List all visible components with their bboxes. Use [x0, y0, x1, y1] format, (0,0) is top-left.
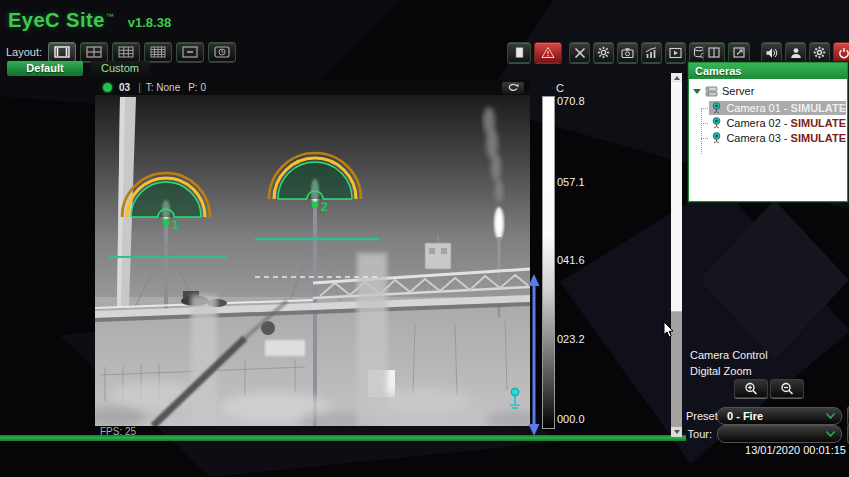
- temp-tick-min: 000.0: [557, 413, 591, 425]
- status-dot: [103, 83, 112, 92]
- refresh-icon: [507, 83, 519, 92]
- camera-video-view[interactable]: 1 2: [95, 95, 530, 426]
- zoom-out-button[interactable]: [770, 379, 804, 398]
- preset-row: Preset: 0 - Fire: [686, 406, 849, 425]
- settings-button[interactable]: [809, 42, 830, 63]
- toolbar-group-system: [761, 42, 849, 63]
- chevron-down-icon: [826, 431, 835, 437]
- mouse-cursor: [663, 322, 675, 338]
- ptz-calibration-icon: [574, 47, 586, 59]
- camera-settings-icon: [621, 47, 634, 59]
- tree-item-server[interactable]: Server: [689, 84, 846, 98]
- playback-button[interactable]: [665, 42, 686, 63]
- settings-gear-icon: [813, 46, 826, 59]
- single-view-icon: [54, 46, 70, 58]
- playback-icon: [669, 47, 682, 59]
- grid-4x4-icon: [150, 46, 166, 58]
- camera-settings-button[interactable]: [617, 42, 638, 63]
- tab-custom[interactable]: Custom: [90, 61, 150, 76]
- tree-connector: [701, 123, 708, 124]
- chevron-down-icon: [674, 430, 680, 434]
- snapshot-button[interactable]: [507, 42, 531, 63]
- toolbar-group-alarm: [507, 42, 562, 63]
- preset-dropdown[interactable]: 0 - Fire: [717, 407, 842, 425]
- toolbar-group-tools: [569, 42, 710, 63]
- scrollbar-thumb[interactable]: [671, 83, 682, 312]
- user-button[interactable]: [785, 42, 806, 63]
- preset-status: P: 0: [188, 82, 206, 93]
- chevron-up-icon: [674, 76, 680, 80]
- temp-tick: 057.1: [557, 176, 591, 188]
- ptz-calibration-button[interactable]: [569, 42, 590, 63]
- expander-triangle-icon[interactable]: [693, 89, 701, 94]
- status-separator: |: [138, 82, 141, 93]
- toolbar-group-view: [703, 42, 750, 63]
- tree-connector: [701, 138, 708, 139]
- grid-2x2-icon: [86, 46, 102, 58]
- tree-item-camera-01[interactable]: Camera 01 - SIMULATE: [689, 101, 846, 115]
- app-title-bar: EyeC Site ™ v1.8.38: [8, 9, 171, 32]
- snapshot-icon: [513, 46, 526, 59]
- refresh-button[interactable]: [502, 82, 524, 94]
- resize-view-button[interactable]: [728, 42, 750, 63]
- single-row-icon: [182, 46, 198, 58]
- layout-single-view-button[interactable]: [48, 42, 76, 62]
- audio-speaker-icon: [765, 47, 778, 59]
- server-icon: [705, 86, 718, 97]
- zone-2-label: 2: [321, 200, 328, 214]
- server-label: Server: [722, 85, 754, 97]
- tree-connector: [701, 108, 708, 109]
- temperature-unit-label: C: [553, 82, 567, 94]
- resize-view-icon: [733, 47, 745, 58]
- alarm-button[interactable]: [534, 42, 562, 63]
- zoom-in-button[interactable]: [734, 379, 768, 398]
- tab-default[interactable]: Default: [7, 61, 83, 76]
- layout-single-row-button[interactable]: [176, 42, 204, 62]
- camera-name: Camera 03 -: [726, 132, 790, 144]
- tour-status: T: None: [146, 82, 180, 93]
- vertical-scrollbar[interactable]: [671, 73, 682, 437]
- datetime-label: 13/01/2020 00:01:15: [738, 444, 846, 456]
- temp-tick: 023.2: [557, 333, 591, 345]
- temperature-range-arrow[interactable]: [527, 274, 541, 436]
- user-icon: [790, 47, 802, 59]
- layout-3x3-button[interactable]: [112, 42, 140, 62]
- camera-name: Camera 01 -: [726, 102, 790, 114]
- tour-dropdown[interactable]: [717, 425, 842, 443]
- camera-node-icon: [711, 102, 722, 114]
- temperature-gradient-bar: [542, 96, 555, 429]
- status-green-bar: [0, 435, 686, 441]
- layout-4x4-button[interactable]: [144, 42, 172, 62]
- app-name: EyeC Site: [8, 9, 105, 32]
- camera-node-icon: [711, 132, 722, 144]
- statistics-icon: [645, 47, 658, 59]
- power-icon: [838, 47, 849, 59]
- tree-item-camera-03[interactable]: Camera 03 - SIMULATE: [689, 131, 846, 145]
- audio-button[interactable]: [761, 42, 782, 63]
- event-settings-button[interactable]: [593, 42, 614, 63]
- zone-1-label: 1: [172, 218, 179, 232]
- grid-3x3-icon: [118, 46, 134, 58]
- scrollbar-up-button[interactable]: [671, 73, 682, 83]
- power-button[interactable]: [833, 42, 849, 63]
- background-shape: [700, 200, 849, 360]
- camera-tree: Server Camera 01 - SIMULATE: [689, 79, 847, 199]
- camera-cell-header: 03 | T: None P: 0: [95, 80, 530, 95]
- layout-toolbar: Layout:: [6, 42, 236, 62]
- zoom-in-magnifier-icon: [744, 382, 758, 395]
- split-view-button[interactable]: [703, 42, 725, 63]
- preset-value: 0 - Fire: [727, 410, 826, 422]
- layout-sequence-button[interactable]: [208, 42, 236, 62]
- thermal-image: 1 2: [95, 95, 530, 426]
- tour-label: Tour:: [686, 428, 712, 440]
- app-version: v1.8.38: [128, 15, 171, 30]
- statistics-button[interactable]: [641, 42, 662, 63]
- zone-center-dot: [312, 202, 319, 209]
- trademark: ™: [106, 12, 114, 21]
- camera-id: 03: [119, 82, 130, 93]
- scrollbar-down-button[interactable]: [671, 427, 682, 437]
- zone-center-dot: [163, 220, 170, 227]
- cameras-panel: Cameras Server Camera 01 - SIMULATE: [688, 62, 848, 202]
- tree-item-camera-02[interactable]: Camera 02 - SIMULATE: [689, 116, 846, 130]
- layout-2x2-button[interactable]: [80, 42, 108, 62]
